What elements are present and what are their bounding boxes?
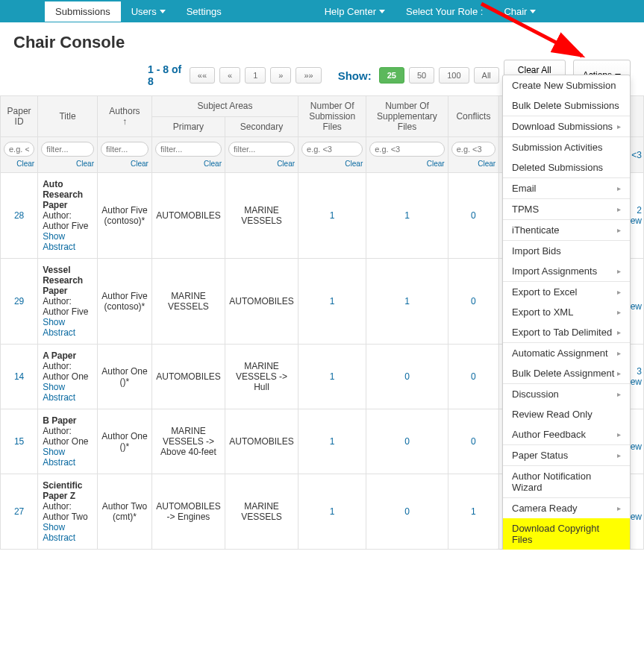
- conflicts-link[interactable]: 0: [471, 371, 476, 382]
- menu-auto-assignment[interactable]: Automatic Assignment▸: [503, 343, 630, 363]
- menu-download-copyright[interactable]: Download Copyright Files: [503, 518, 630, 550]
- conflicts-link[interactable]: 0: [471, 436, 476, 447]
- nsup-link[interactable]: 0: [404, 506, 410, 517]
- pager-next[interactable]: »: [270, 67, 291, 84]
- col-nsup[interactable]: Number Of Supplementary Files: [366, 96, 448, 137]
- clear-link[interactable]: Clear: [41, 157, 94, 168]
- conflicts-link[interactable]: 0: [471, 296, 476, 306]
- conflicts-link[interactable]: 0: [471, 210, 476, 221]
- primary-cell: MARINE VESSELS: [151, 259, 225, 345]
- chevron-right-icon: ▸: [617, 122, 621, 130]
- conflicts-link[interactable]: 1: [471, 506, 476, 517]
- paper-author-label: Author: Author Two: [43, 501, 93, 522]
- menu-email[interactable]: Email▸: [503, 178, 630, 198]
- primary-cell: MARINE VESSELS -> Above 40-feet: [151, 409, 225, 474]
- clear-link[interactable]: Clear: [155, 157, 222, 168]
- nav-help[interactable]: Help Center: [314, 1, 396, 22]
- menu-discussion[interactable]: Discussion▸: [503, 384, 630, 404]
- paper-title: Scientific Paper Z: [43, 480, 93, 501]
- actions-dropdown: Create New Submission Bulk Delete Submis…: [502, 75, 631, 550]
- chevron-right-icon: ▸: [617, 308, 621, 316]
- show-abstract-link[interactable]: ShowAbstract: [43, 522, 93, 543]
- primary-cell: AUTOMOBILES -> Engines: [151, 474, 225, 550]
- pager-last[interactable]: »»: [296, 67, 321, 84]
- pager-first[interactable]: ««: [190, 67, 215, 84]
- col-nsf[interactable]: Number Of Submission Files: [298, 96, 366, 137]
- clear-link[interactable]: Clear: [101, 157, 149, 168]
- clear-link[interactable]: Clear: [4, 157, 34, 168]
- col-title[interactable]: Title: [38, 96, 98, 137]
- paper-id-link[interactable]: 28: [14, 210, 24, 221]
- clear-link[interactable]: Clear: [451, 157, 495, 168]
- nav-submissions[interactable]: Submissions: [45, 1, 121, 22]
- paper-title: Auto Research Paper: [43, 179, 93, 210]
- chevron-right-icon: ▸: [617, 205, 621, 213]
- primary-cell: AUTOMOBILES: [151, 345, 225, 409]
- nsf-link[interactable]: 1: [330, 296, 335, 306]
- menu-review-read-only[interactable]: Review Read Only: [503, 404, 630, 424]
- menu-deleted-submissions[interactable]: Deleted Submissions: [503, 157, 630, 177]
- col-paper-id[interactable]: Paper ID: [1, 96, 38, 137]
- menu-import-bids[interactable]: Import Bids: [503, 241, 630, 261]
- menu-camera-ready[interactable]: Camera Ready▸: [503, 498, 630, 518]
- menu-ithenticate[interactable]: iThenticate▸: [503, 220, 630, 240]
- menu-create-submission[interactable]: Create New Submission: [503, 75, 630, 95]
- menu-author-notification[interactable]: Author Notification Wizard: [503, 466, 630, 497]
- nsf-link[interactable]: 1: [330, 210, 335, 221]
- nsup-link[interactable]: 0: [404, 436, 410, 447]
- nav-users[interactable]: Users: [121, 1, 176, 22]
- paper-title: Vessel Research Paper: [43, 265, 93, 296]
- col-authors[interactable]: Authors↑: [97, 96, 151, 137]
- pager-prev[interactable]: «: [219, 67, 240, 84]
- menu-tpms[interactable]: TPMS▸: [503, 199, 630, 219]
- menu-author-feedback[interactable]: Author Feedback▸: [503, 424, 630, 444]
- menu-import-assignments[interactable]: Import Assignments▸: [503, 261, 630, 281]
- show-abstract-link[interactable]: ShowAbstract: [43, 447, 93, 468]
- menu-bulk-delete-submissions[interactable]: Bulk Delete Submissions: [503, 95, 630, 116]
- filter-conf[interactable]: [451, 142, 495, 157]
- chevron-down-icon: [160, 10, 166, 13]
- pager-page[interactable]: 1: [245, 67, 266, 84]
- nsf-link[interactable]: 1: [330, 436, 335, 447]
- nsf-link[interactable]: 1: [330, 371, 335, 382]
- clear-link[interactable]: Clear: [301, 157, 363, 168]
- paper-author-label: Author: Author One: [43, 426, 93, 447]
- paper-id-link[interactable]: 27: [14, 506, 24, 517]
- chevron-right-icon: ▸: [617, 430, 621, 438]
- chevron-right-icon: ▸: [617, 328, 621, 336]
- filter-secondary[interactable]: [228, 142, 295, 157]
- menu-submission-activities[interactable]: Submission Activities: [503, 137, 630, 157]
- show-25[interactable]: 25: [379, 67, 404, 84]
- show-abstract-link[interactable]: ShowAbstract: [43, 382, 93, 403]
- menu-export-tab[interactable]: Export to Tab Delimited▸: [503, 322, 630, 342]
- show-100[interactable]: 100: [439, 67, 469, 84]
- nav-settings[interactable]: Settings: [176, 1, 232, 22]
- chevron-right-icon: ▸: [617, 267, 621, 275]
- paper-id-link[interactable]: 29: [14, 296, 24, 306]
- show-abstract-link[interactable]: ShowAbstract: [43, 317, 93, 338]
- show-50[interactable]: 50: [409, 67, 434, 84]
- filter-nsf[interactable]: [301, 142, 363, 157]
- menu-bulk-delete-assignment[interactable]: Bulk Delete Assignment▸: [503, 363, 630, 383]
- col-primary[interactable]: Primary: [151, 116, 225, 137]
- filter-primary[interactable]: [155, 142, 222, 157]
- filter-id[interactable]: [4, 142, 34, 157]
- filter-authors[interactable]: [101, 142, 149, 157]
- show-abstract-link[interactable]: ShowAbstract: [43, 231, 93, 252]
- menu-export-xml[interactable]: Export to XML▸: [503, 302, 630, 322]
- col-secondary[interactable]: Secondary: [225, 116, 298, 137]
- filter-nsup[interactable]: [369, 142, 444, 157]
- nsup-link[interactable]: 0: [404, 371, 410, 382]
- paper-id-link[interactable]: 15: [14, 436, 24, 447]
- menu-export-excel[interactable]: Export to Excel▸: [503, 282, 630, 302]
- filter-title[interactable]: [41, 142, 94, 157]
- menu-paper-status[interactable]: Paper Status▸: [503, 445, 630, 465]
- clear-link[interactable]: Clear: [369, 157, 444, 168]
- nsup-link[interactable]: 1: [404, 210, 410, 221]
- paper-id-link[interactable]: 14: [14, 371, 24, 382]
- clear-link[interactable]: Clear: [228, 157, 295, 168]
- nsf-link[interactable]: 1: [330, 506, 335, 517]
- menu-download-submissions[interactable]: Download Submissions▸: [503, 116, 630, 136]
- nsup-link[interactable]: 1: [404, 296, 410, 306]
- col-conflicts[interactable]: Conflicts: [448, 96, 498, 137]
